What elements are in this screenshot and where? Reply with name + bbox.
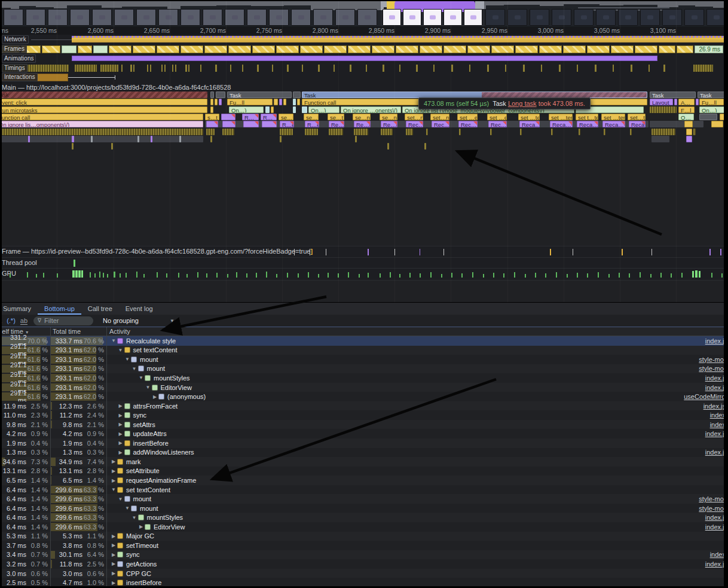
collapsed-arrow-icon[interactable]: ▶ <box>117 403 124 409</box>
table-row[interactable]: 34.6 ms7.3 %34.9 ms7.4 %▶mark <box>0 457 728 467</box>
flame-segment[interactable]: se…t <box>328 114 344 120</box>
flame-segment[interactable]: Layout <box>650 99 673 105</box>
flame-segment[interactable] <box>210 136 212 142</box>
table-row[interactable]: 291.1 ms61.6 %293.1 ms62.0 %▼mountStyles… <box>0 373 728 383</box>
flame-segment[interactable] <box>206 129 215 135</box>
flame-segment[interactable] <box>699 114 717 120</box>
flame-segment[interactable] <box>490 129 492 135</box>
flame-segment[interactable]: On…) <box>229 106 264 113</box>
frame-segment[interactable] <box>420 45 442 53</box>
table-row[interactable]: 6.4 ms1.4 %299.6 ms63.3 %▼set textConten… <box>0 485 728 495</box>
flame-segment[interactable]: A… <box>678 99 695 105</box>
grouping-select[interactable]: No grouping <box>103 317 139 324</box>
flame-segment[interactable]: Reca…tyle <box>577 121 598 127</box>
flame-segment[interactable] <box>151 136 152 142</box>
flame-segment[interactable] <box>305 129 318 135</box>
flame-segment[interactable] <box>424 143 426 150</box>
flame-segment[interactable]: Reca…yle <box>602 121 625 127</box>
collapsed-arrow-icon[interactable]: ▶ <box>110 478 117 483</box>
frame-segment[interactable] <box>611 45 634 53</box>
collapsed-arrow-icon[interactable]: ▶ <box>117 440 124 446</box>
flame-segment[interactable]: se…t <box>304 114 319 120</box>
flame-segment[interactable] <box>630 129 632 135</box>
filmstrip-thumbnail[interactable] <box>423 9 442 26</box>
expanded-arrow-icon[interactable]: ▼ <box>145 385 152 390</box>
table-row[interactable]: 291.1 ms61.6 %293.1 ms62.0 %▼set textCon… <box>0 346 728 355</box>
tab-bottom-up[interactable]: Bottom-up <box>38 303 81 315</box>
flame-segment[interactable] <box>551 129 553 135</box>
flame-segment[interactable] <box>111 143 113 150</box>
frame-track[interactable]: Frame — https://id-preview--bd53fd9d-728… <box>0 246 728 258</box>
frame-segment[interactable] <box>204 45 227 53</box>
flame-segment[interactable] <box>686 129 692 135</box>
table-row[interactable]: 11.9 ms2.5 %12.3 ms2.6 %▶attrsFromFaceti… <box>0 401 728 411</box>
frame-segment[interactable] <box>677 45 693 53</box>
flame-segment[interactable] <box>210 92 214 98</box>
filmstrip-thumbnail[interactable] <box>403 9 421 26</box>
table-row[interactable]: 3.0 ms0.6 %3.0 ms0.6 %▶CPP GC <box>0 569 728 578</box>
flame-segment[interactable]: Task <box>650 92 696 98</box>
flame-segment[interactable]: On ignore lis…omponents\/) <box>0 121 203 127</box>
frame-segment[interactable] <box>133 45 155 53</box>
frame-segment[interactable] <box>396 45 418 53</box>
flame-segment[interactable]: R… <box>261 114 277 120</box>
collapsed-arrow-icon[interactable]: ▶ <box>110 580 117 586</box>
flame-segment[interactable] <box>283 99 286 105</box>
frame-segment[interactable] <box>93 45 108 53</box>
flame-segment[interactable] <box>293 92 301 98</box>
collapsed-arrow-icon[interactable]: ▶ <box>117 422 124 427</box>
expanded-arrow-icon[interactable]: ▼ <box>110 487 117 492</box>
flame-segment[interactable]: O… <box>678 114 694 120</box>
flame-segment[interactable] <box>91 136 93 142</box>
flame-segment[interactable]: R… <box>242 114 259 120</box>
flame-segment[interactable] <box>280 136 282 142</box>
flame-segment[interactable]: s…t <box>205 114 219 120</box>
frame-segment[interactable] <box>515 45 538 53</box>
flame-segment[interactable] <box>262 121 277 127</box>
flame-segment[interactable]: On ignore …onents\/) <box>341 106 401 113</box>
flame-segment[interactable]: Rec…yle <box>488 121 507 127</box>
flame-segment[interactable] <box>271 106 274 113</box>
flame-segment[interactable]: se…nt <box>353 114 371 120</box>
expanded-arrow-icon[interactable]: ▼ <box>131 366 138 371</box>
tab-summary[interactable]: Summary <box>0 303 38 315</box>
flame-segment[interactable] <box>215 99 218 105</box>
flame-segment[interactable]: Run microtasks <box>0 106 207 113</box>
filmstrip-thumbnail[interactable] <box>464 9 482 26</box>
flame-segment[interactable]: Rec…le <box>432 121 449 127</box>
animations-track-label[interactable]: Animations <box>2 54 36 63</box>
expanded-arrow-icon[interactable]: ▼ <box>137 375 145 380</box>
flame-segment[interactable] <box>579 129 580 135</box>
flame-segment[interactable] <box>604 129 605 135</box>
long-task-link[interactable]: Long task <box>508 100 537 107</box>
frame-segment[interactable] <box>300 45 323 53</box>
flame-segment[interactable] <box>265 106 270 113</box>
collapsed-arrow-icon[interactable]: ▶ <box>110 459 117 464</box>
flame-segment[interactable] <box>274 99 278 105</box>
animations-bar[interactable] <box>72 56 657 61</box>
source-link[interactable]: useCodeMirror <box>684 393 728 400</box>
flame-segment[interactable]: Rec…yle <box>458 121 478 127</box>
collapsed-arrow-icon[interactable]: ▶ <box>110 543 117 548</box>
timeline-overview[interactable]: ms2,550 ms2,600 ms2,650 ms2,700 ms2,750 … <box>0 0 728 35</box>
thread-pool-track[interactable]: Thread pool <box>0 257 728 269</box>
flame-segment[interactable] <box>293 106 296 113</box>
flame-segment[interactable]: set …ent <box>457 114 478 120</box>
collapsed-arrow-icon[interactable]: ▶ <box>110 534 117 539</box>
table-row[interactable]: 5.3 ms1.1 %5.3 ms1.1 %▶Major GC <box>0 532 728 541</box>
flame-segment[interactable]: Fu…ll <box>227 99 273 105</box>
flame-segment[interactable] <box>137 136 139 142</box>
collapsed-arrow-icon[interactable]: ▶ <box>151 394 158 400</box>
flame-segment[interactable]: Re…le <box>354 121 371 127</box>
gpu-track[interactable]: GPU <box>0 268 728 281</box>
chevron-down-icon[interactable]: ▼ <box>170 318 175 324</box>
frame-segment[interactable] <box>635 45 657 53</box>
table-row[interactable]: 1.9 ms0.4 %1.9 ms0.4 %▶insertBefore <box>0 438 728 448</box>
flame-segment[interactable] <box>222 121 235 127</box>
flame-segment[interactable] <box>28 136 30 142</box>
frames-track-label[interactable]: Frames <box>2 45 27 53</box>
table-row[interactable]: 3.7 ms0.8 %3.8 ms0.8 %▶setTimeout <box>0 541 728 550</box>
frame-segment[interactable] <box>78 45 92 53</box>
flame-segment[interactable] <box>293 99 296 105</box>
flame-segment[interactable] <box>650 106 677 113</box>
